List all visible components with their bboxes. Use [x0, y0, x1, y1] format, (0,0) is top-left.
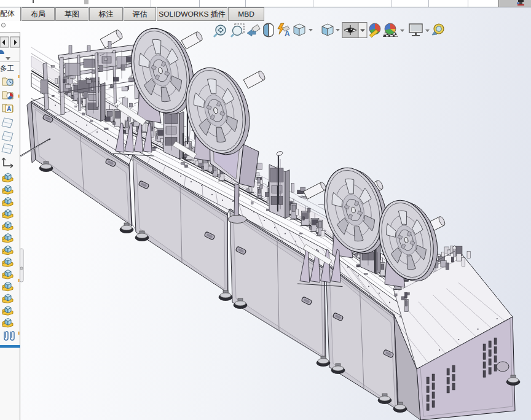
svg-text:A: A	[7, 106, 11, 112]
svg-text:多工: 多工	[0, 64, 14, 72]
svg-text:A: A	[285, 29, 290, 38]
